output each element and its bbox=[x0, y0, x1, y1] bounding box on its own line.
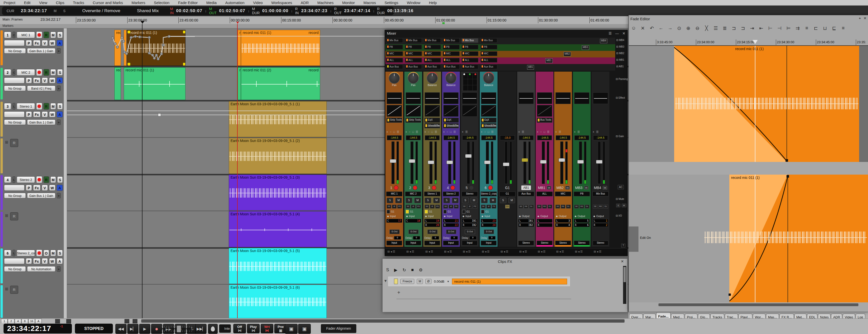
eq-display-2[interactable] bbox=[537, 105, 552, 117]
strip-bottom-controls[interactable]: ⊟ ◂ ☰ bbox=[388, 250, 395, 253]
track-button-w[interactable]: W bbox=[49, 258, 55, 264]
gain-value[interactable]: -144.5 bbox=[462, 135, 477, 140]
menu-adr[interactable]: ADR bbox=[301, 1, 309, 5]
routing-cell[interactable]: ALL bbox=[462, 58, 478, 62]
channel-mode-button[interactable]: L bbox=[12, 103, 16, 110]
io-assignment[interactable]: R4 bbox=[555, 223, 571, 227]
audio-clip[interactable]: Earth Moon Sun 03-19-09+03-09-09_5.1 (3) bbox=[229, 175, 327, 211]
fx-controls-row[interactable]: +−□☰ bbox=[405, 130, 421, 133]
routing-cell[interactable]: PB bbox=[480, 45, 497, 49]
fade-tool-10-icon[interactable]: ⊏ bbox=[812, 24, 820, 32]
small-button-se[interactable]: SE bbox=[462, 205, 467, 209]
solo-button[interactable]: S bbox=[425, 198, 431, 203]
zoom-preset-4[interactable]: 4 bbox=[15, 319, 21, 324]
field-value-r-out[interactable]: 23:47:47:14 bbox=[344, 8, 370, 13]
io-assignment[interactable]: L1 bbox=[593, 219, 608, 223]
zoom-icon[interactable]: ⊙ bbox=[675, 24, 683, 32]
clip-name-bar[interactable]: record mic 011 (1) bbox=[452, 279, 567, 284]
track-button-w[interactable]: W bbox=[49, 111, 55, 117]
group-assign-row[interactable]: G1 bbox=[443, 210, 451, 214]
routing-cell[interactable]: MIC bbox=[443, 51, 460, 56]
mute-button[interactable]: M bbox=[452, 198, 459, 203]
audio-clip[interactable]: Earth Moon Sun 03-19-09+03-09-09_5.1 (4) bbox=[229, 211, 327, 247]
loop-play-button[interactable]: ↻ bbox=[402, 268, 406, 273]
eq-display-2[interactable] bbox=[387, 105, 402, 117]
small-button-pe[interactable]: PE bbox=[492, 205, 496, 209]
zoom-preset-2[interactable]: 2 bbox=[8, 319, 14, 324]
strip-type-label[interactable]: Stereo bbox=[555, 241, 571, 245]
fx-controls-row[interactable]: +−□☰ bbox=[537, 130, 552, 133]
routing-cell[interactable]: Mix Bus bbox=[405, 38, 422, 43]
audio-clip[interactable]: re bbox=[238, 30, 241, 66]
bus-tag-mb2[interactable]: MB2 bbox=[564, 52, 571, 56]
bus-tag-mb4[interactable]: MB4 bbox=[600, 39, 607, 43]
spinner-icon[interactable]: ↕ bbox=[373, 9, 375, 13]
track-number[interactable]: 6 bbox=[4, 250, 11, 256]
menu-video[interactable]: Video bbox=[253, 1, 263, 5]
group-assign-row[interactable]: G1 bbox=[425, 210, 432, 214]
small-button-ø[interactable]: Ø bbox=[392, 205, 397, 209]
small-button-dl[interactable]: DL bbox=[548, 205, 552, 209]
rail-solo[interactable]: S bbox=[616, 204, 620, 207]
track-button-a[interactable]: A bbox=[57, 258, 63, 264]
strip-bottom-controls[interactable]: ⊟ ◂ ☰ bbox=[575, 250, 583, 253]
routing-cell[interactable]: Aux Bus bbox=[443, 64, 460, 69]
small-button-pe[interactable]: PE bbox=[397, 205, 402, 209]
gain-value[interactable]: -144.5 bbox=[593, 135, 608, 140]
clips-fx-scrollbar[interactable] bbox=[623, 266, 626, 304]
fx-controls-row[interactable]: +☰ bbox=[574, 130, 590, 133]
small-button-pe[interactable]: PE bbox=[416, 205, 421, 209]
strip-name[interactable]: Stereo bbox=[462, 191, 478, 196]
track-button-fx[interactable]: Fx bbox=[33, 258, 40, 264]
eq-display-1[interactable] bbox=[387, 92, 402, 104]
track-name[interactable]: Stereo 1 bbox=[17, 103, 35, 110]
menu-settings[interactable]: Settings bbox=[384, 1, 398, 5]
strip-type-label[interactable]: Stereo bbox=[574, 241, 590, 245]
ruler-mode[interactable]: Main :Frames bbox=[3, 18, 23, 21]
mix-mode[interactable]: Shared Mix bbox=[137, 8, 159, 13]
audio-clip[interactable]: record mic 011 (1) bbox=[124, 67, 185, 100]
menu-media[interactable]: Media bbox=[206, 1, 217, 5]
track-scrollbar-column[interactable] bbox=[64, 28, 67, 318]
track-button-a[interactable]: A bbox=[57, 185, 63, 191]
track-button-p[interactable]: P bbox=[26, 40, 32, 46]
knob-pan[interactable] bbox=[389, 72, 400, 84]
jog-slider[interactable] bbox=[162, 325, 194, 332]
group-assign-row[interactable]: G1 bbox=[481, 210, 489, 214]
freeze-button[interactable]: Freeze bbox=[400, 279, 414, 284]
audio-clip[interactable]: re bbox=[238, 67, 241, 100]
track-input-field[interactable] bbox=[4, 78, 25, 84]
track-button-w[interactable]: W bbox=[49, 185, 55, 191]
solo-button[interactable]: S bbox=[443, 198, 450, 203]
fade-in-pane[interactable]: Edit On record mic 011 (1) bbox=[629, 175, 868, 302]
fade-editor-ruler[interactable]: 3:33:45:0023:34:00:0023:34:15:0023:34:30… bbox=[629, 39, 868, 46]
rail-ac[interactable]: AC bbox=[618, 185, 624, 189]
record-button[interactable]: ● bbox=[151, 324, 162, 334]
sliders-icon[interactable]: ☰ bbox=[712, 24, 719, 32]
routing-cell[interactable]: MIC bbox=[480, 51, 497, 56]
group-selector[interactable]: No Group bbox=[4, 193, 26, 199]
strip-type-label[interactable]: Input bbox=[481, 241, 497, 245]
strip-type-label[interactable]: Input bbox=[405, 241, 421, 245]
strip-name[interactable]: MIC bbox=[555, 191, 571, 196]
track-button-r[interactable]: R bbox=[43, 103, 49, 110]
strip-name[interactable]: Stereo 1 bbox=[424, 191, 440, 196]
cur-timecode[interactable]: 23:34:22:17 bbox=[21, 8, 47, 13]
small-button-ø[interactable]: Ø bbox=[467, 205, 472, 209]
nudge-left-icon[interactable]: ← bbox=[657, 24, 665, 32]
direct-out-button[interactable]: D.Out bbox=[427, 230, 438, 234]
automation-line-track1[interactable] bbox=[169, 36, 385, 36]
fader-handle[interactable] bbox=[484, 160, 491, 164]
fader-handle[interactable] bbox=[540, 160, 547, 164]
fader-handle[interactable] bbox=[428, 160, 434, 164]
phase-button[interactable]: Ø bbox=[425, 279, 431, 284]
os-button[interactable]: os bbox=[584, 186, 589, 189]
track-button-s[interactable]: S bbox=[57, 176, 63, 183]
rail-gain[interactable]: ⊟ Gain bbox=[616, 135, 624, 138]
menu-automation[interactable]: Automation bbox=[225, 1, 244, 5]
expand-icon[interactable]: ⊞ bbox=[5, 287, 8, 291]
direct-out-button[interactable]: D.Out bbox=[408, 230, 418, 234]
fader-handle[interactable] bbox=[503, 162, 509, 166]
menu-markers[interactable]: Markers bbox=[132, 1, 145, 5]
small-button-se[interactable]: SE bbox=[406, 205, 410, 209]
